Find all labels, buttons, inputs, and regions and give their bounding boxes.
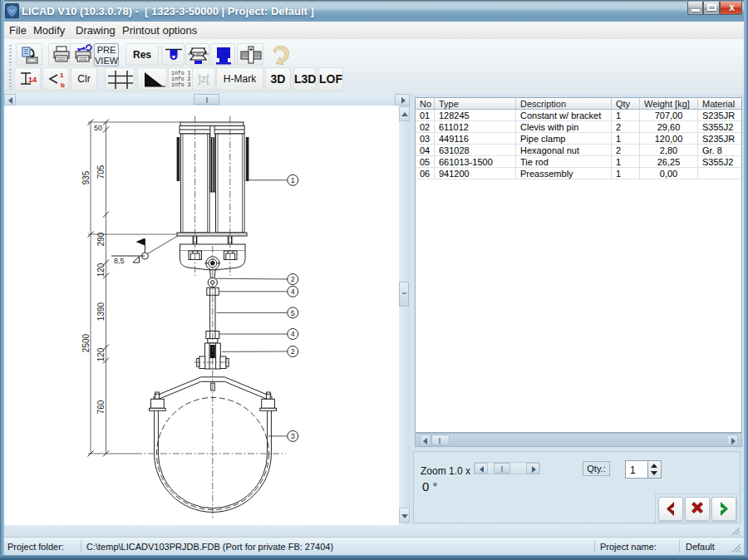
svg-text:4: 4 xyxy=(291,330,295,338)
svg-text:8,5: 8,5 xyxy=(114,257,125,265)
svg-text:50: 50 xyxy=(94,124,102,132)
svg-text:2500: 2500 xyxy=(81,333,91,352)
svg-text:2: 2 xyxy=(291,275,295,283)
svg-text:4: 4 xyxy=(291,287,295,296)
svg-text:935: 935 xyxy=(81,170,91,184)
svg-text:120: 120 xyxy=(96,263,106,277)
svg-text:14: 14 xyxy=(28,76,37,84)
svg-text:1: 1 xyxy=(291,176,295,184)
svg-text:1: 1 xyxy=(60,71,64,79)
svg-text:1390: 1390 xyxy=(96,302,106,321)
svg-text:b: b xyxy=(61,81,65,89)
svg-text:5: 5 xyxy=(291,309,295,317)
svg-text:290: 290 xyxy=(96,232,106,246)
svg-text:3: 3 xyxy=(291,432,295,440)
svg-text:2: 2 xyxy=(291,347,295,356)
svg-text:120: 120 xyxy=(96,347,106,361)
svg-text:705: 705 xyxy=(96,165,106,179)
svg-text:760: 760 xyxy=(96,400,106,414)
